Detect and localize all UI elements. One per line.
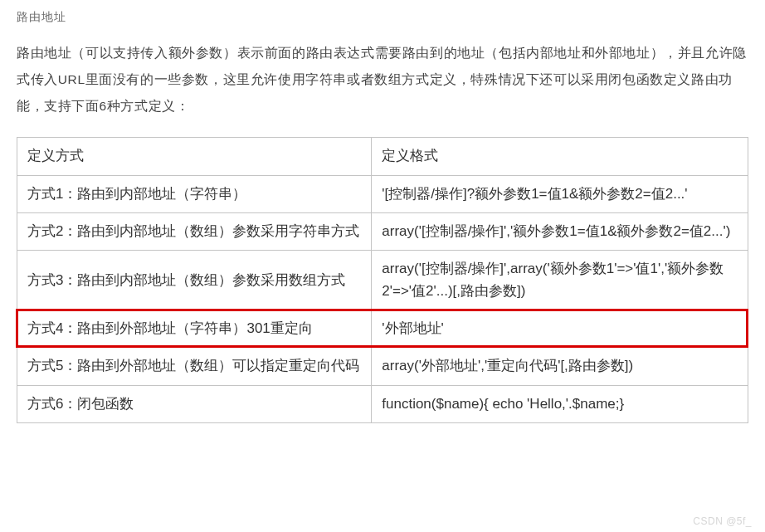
definition-table: 定义方式 定义格式 方式1：路由到内部地址（字符串）'[控制器/操作]?额外参数… [17, 137, 748, 423]
table-row: 方式5：路由到外部地址（数组）可以指定重定向代码array('外部地址','重定… [17, 348, 748, 385]
cell-format: function($name){ echo 'Hello,'.$name;} [372, 385, 748, 422]
cell-method: 方式6：闭包函数 [17, 385, 372, 422]
cell-format: array('[控制器/操作]','额外参数1=值1&额外参数2=值2...') [372, 212, 748, 250]
header-format: 定义格式 [372, 138, 748, 175]
cell-method: 方式3：路由到内部地址（数组）参数采用数组方式 [17, 251, 372, 310]
header-method: 定义方式 [17, 138, 372, 175]
cell-method: 方式4：路由到外部地址（字符串）301重定向 [17, 310, 372, 348]
cell-format: '[控制器/操作]?额外参数1=值1&额外参数2=值2...' [372, 175, 748, 212]
table-header-row: 定义方式 定义格式 [17, 138, 748, 175]
cell-format: array('[控制器/操作]',array('额外参数1'=>'值1','额外… [372, 251, 748, 310]
table-row: 方式4：路由到外部地址（字符串）301重定向'外部地址' [17, 310, 748, 348]
table-row: 方式6：闭包函数function($name){ echo 'Hello,'.$… [17, 385, 748, 422]
table-wrapper: 定义方式 定义格式 方式1：路由到内部地址（字符串）'[控制器/操作]?额外参数… [17, 137, 748, 423]
table-row: 方式1：路由到内部地址（字符串）'[控制器/操作]?额外参数1=值1&额外参数2… [17, 175, 748, 212]
table-row: 方式3：路由到内部地址（数组）参数采用数组方式array('[控制器/操作]',… [17, 251, 748, 310]
section-title: 路由地址 [17, 10, 748, 25]
cell-format: array('外部地址','重定向代码'[,路由参数]) [372, 348, 748, 385]
table-row: 方式2：路由到内部地址（数组）参数采用字符串方式array('[控制器/操作]'… [17, 212, 748, 250]
cell-method: 方式1：路由到内部地址（字符串） [17, 175, 372, 212]
description-paragraph: 路由地址（可以支持传入额外参数）表示前面的路由表达式需要路由到的地址（包括内部地… [17, 40, 748, 119]
cell-format: '外部地址' [372, 310, 748, 348]
cell-method: 方式5：路由到外部地址（数组）可以指定重定向代码 [17, 348, 372, 385]
cell-method: 方式2：路由到内部地址（数组）参数采用字符串方式 [17, 212, 372, 250]
